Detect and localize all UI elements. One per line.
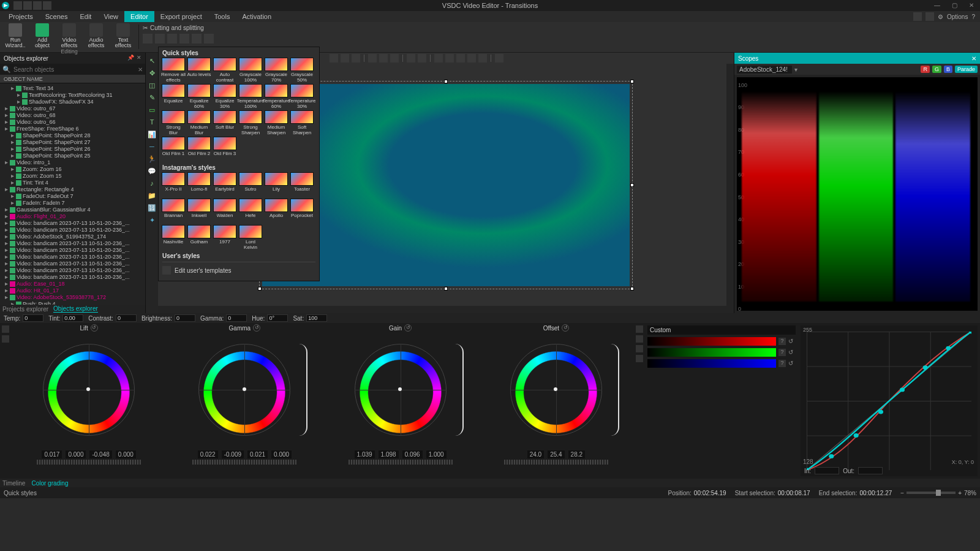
person-icon[interactable]: 🏃 <box>148 154 156 163</box>
scope-source-dropdown[interactable]: AdobeStock_124! <box>737 66 792 74</box>
pen-icon[interactable]: ✎ <box>148 93 156 102</box>
tool-icon[interactable] <box>167 34 177 44</box>
tb-icon[interactable] <box>368 54 377 63</box>
g-slider[interactable] <box>647 348 776 357</box>
tab-objects-explorer[interactable]: Objects explorer <box>53 305 98 313</box>
help-icon[interactable]: ? <box>778 349 786 356</box>
curve-in-input[interactable] <box>815 467 839 474</box>
tree-row[interactable]: ▸Audio: Hit_01_17 <box>2 287 145 294</box>
reset-icon[interactable]: ↺ <box>562 324 569 332</box>
style-medium-sharpen[interactable]: Medium Sharpen <box>264 110 288 135</box>
style-strong-sharpen[interactable]: Strong Sharpen <box>238 110 263 135</box>
tb-icon[interactable] <box>407 54 415 63</box>
tree-row[interactable]: ▸Rectangle: Rectangle 4 <box>2 186 145 192</box>
crop-icon[interactable]: ◫ <box>148 81 156 89</box>
bubble-icon[interactable]: 💬 <box>148 167 156 175</box>
tb-icon[interactable] <box>434 54 443 63</box>
tree-row[interactable]: ▸Zoom: Zoom 15 <box>2 172 145 179</box>
sicon[interactable] <box>636 345 643 352</box>
reset-icon[interactable]: ↺ <box>788 338 796 345</box>
tree-row[interactable]: ▸ShapePoint: ShapePoint 25 <box>2 152 145 159</box>
style-1977[interactable]: 1977 <box>213 225 237 250</box>
tree-row[interactable]: ▸Video: intro_1 <box>2 159 145 165</box>
wheel-slider[interactable] <box>192 460 296 465</box>
object-tree[interactable]: ▸Text: Text 34▸TextRecoloring: TextRecol… <box>0 83 145 305</box>
reset-icon[interactable]: ↺ <box>788 349 796 356</box>
sicon[interactable] <box>636 355 643 362</box>
style-equalize[interactable]: Equalize <box>161 84 186 109</box>
tree-row[interactable]: ▸Video: AdobeStock_535938778_172 <box>2 294 145 300</box>
audio-effects-button[interactable]: Audio effects <box>85 23 108 48</box>
style-gotham[interactable]: Gotham <box>187 225 211 250</box>
color-wheel[interactable] <box>186 332 303 448</box>
style-old-film-2[interactable]: Old Film 2 <box>187 137 211 162</box>
edit-user-templates-button[interactable]: Edit user's templates <box>159 264 319 277</box>
zoom-in-icon[interactable]: + <box>958 490 962 496</box>
tb-icon[interactable] <box>379 54 388 63</box>
tab-projects-explorer[interactable]: Projects explorer <box>2 306 48 313</box>
wheel-slider[interactable] <box>37 460 141 465</box>
add-object-button[interactable]: Add object <box>31 23 54 48</box>
scope-r-chip[interactable]: R <box>921 66 930 73</box>
reset-icon[interactable]: ↺ <box>404 324 412 332</box>
tree-row[interactable]: ▸Video: bandicam 2023-07-13 10-51-20-236… <box>2 226 145 233</box>
style-equalize-30-[interactable]: Equalize 30% <box>213 84 237 109</box>
param-input-tint[interactable] <box>62 314 83 322</box>
tree-row[interactable]: ▸Audio: Ease_01_18 <box>2 280 145 287</box>
tree-row[interactable]: ▸Push: Push 4 <box>2 300 145 305</box>
tree-row[interactable]: ▸Video: bandicam 2023-07-13 10-51-20-236… <box>2 240 145 246</box>
style-hefe[interactable]: Hefe <box>238 199 263 224</box>
tree-row[interactable]: ▸ShapePoint: ShapePoint 27 <box>2 139 145 145</box>
sicon[interactable] <box>636 325 643 333</box>
color-wheel[interactable] <box>498 332 614 448</box>
chart-icon[interactable]: 📊 <box>148 130 156 139</box>
tree-row[interactable]: ▸Zoom: Zoom 16 <box>2 165 145 172</box>
style-medium-blur[interactable]: Medium Blur <box>187 110 211 135</box>
zoom-out-icon[interactable]: − <box>900 490 904 496</box>
counter-icon[interactable]: 🔢 <box>148 203 156 212</box>
close-icon[interactable]: ✕ <box>971 55 976 62</box>
gear-icon[interactable]: ⚙ <box>938 13 943 20</box>
b-slider[interactable] <box>647 359 776 368</box>
style-temperature-100-[interactable]: Temperature 100% <box>238 84 263 109</box>
wheel-slider[interactable] <box>349 460 453 465</box>
style-apollo[interactable]: Apollo <box>264 199 288 224</box>
menu-tools[interactable]: Tools <box>208 11 236 22</box>
menu-scenes[interactable]: Scenes <box>39 11 74 22</box>
tb-icon[interactable] <box>445 54 454 63</box>
curves-editor[interactable]: 255 128 X: 0, Y: 0 In: Out: <box>801 325 978 476</box>
music-icon[interactable]: ♪ <box>148 179 156 188</box>
tree-row[interactable]: ▸Audio: Flight_01_20 <box>2 213 145 219</box>
tree-row[interactable]: ▸Video: AdobeStock_519943752_174 <box>2 233 145 240</box>
scope-mode-chip[interactable]: Parade <box>955 66 978 73</box>
tree-row[interactable]: ▸FreeShape: FreeShape 6 <box>2 125 145 132</box>
clear-icon[interactable]: ✕ <box>138 66 143 73</box>
tree-row[interactable]: ▸ShapePoint: ShapePoint 28 <box>2 132 145 139</box>
reset-icon[interactable]: ↺ <box>91 324 98 332</box>
menu-view[interactable]: View <box>97 11 124 22</box>
style-lord-kelvin[interactable]: Lord Kelvin <box>238 225 263 250</box>
style-soft-blur[interactable]: Soft Blur <box>213 110 237 135</box>
move-icon[interactable]: ✥ <box>148 69 156 77</box>
chevron-down-icon[interactable]: ▾ <box>794 66 797 73</box>
tree-row[interactable]: ▸Video: bandicam 2023-07-13 10-51-20-236… <box>2 260 145 267</box>
reset-icon[interactable]: ↺ <box>253 324 260 332</box>
tree-row[interactable]: ▸FadeOut: FadeOut 7 <box>2 192 145 199</box>
minimize-icon[interactable]: — <box>929 0 946 11</box>
style-earlybird[interactable]: Earlybird <box>213 172 237 197</box>
style-old-film-3[interactable]: Old Film 3 <box>213 137 237 162</box>
preset-dropdown[interactable]: Custom <box>647 325 796 335</box>
style-temperature-60-[interactable]: Temperature 60% <box>264 84 288 109</box>
qa-icon[interactable] <box>13 1 22 10</box>
qa-icon[interactable] <box>23 1 32 10</box>
style-nashville[interactable]: Nashville <box>161 225 186 250</box>
scope-b-chip[interactable]: B <box>944 66 952 73</box>
param-input-sat[interactable] <box>306 314 327 322</box>
pin-icon[interactable]: 📌 <box>127 55 134 62</box>
column-header[interactable]: OBJECT NAME <box>0 75 145 83</box>
param-input-contrast[interactable] <box>116 314 137 322</box>
close-icon[interactable]: ✕ <box>135 55 143 62</box>
tb-icon[interactable] <box>330 54 338 63</box>
tab-timeline[interactable]: Timeline <box>2 480 25 487</box>
sicon[interactable] <box>2 325 9 333</box>
